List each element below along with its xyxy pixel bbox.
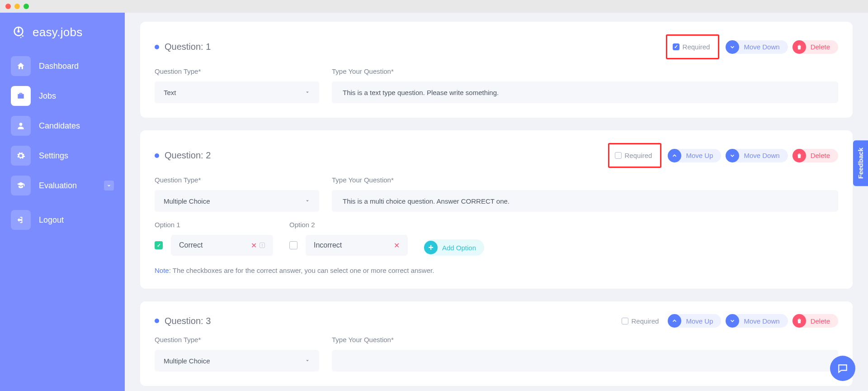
svg-point-3: [22, 35, 24, 37]
chevron-up-icon: [668, 149, 681, 162]
chat-button[interactable]: [830, 356, 855, 381]
move-down-button[interactable]: Move Down: [726, 314, 788, 328]
required-toggle[interactable]: Required: [617, 315, 664, 328]
field-label: Question Type*: [155, 336, 319, 343]
button-label: Move Down: [744, 317, 779, 325]
note-label: Note:: [155, 267, 171, 274]
checkbox-icon[interactable]: [615, 152, 622, 159]
trash-icon: [793, 149, 806, 162]
main-content: Question: 1 Required Move Down Delete: [125, 13, 868, 391]
plus-icon: +: [424, 241, 438, 254]
logo: easy.jobs: [8, 22, 117, 53]
chat-icon: [837, 362, 849, 374]
button-label: Move Down: [744, 43, 779, 51]
question-title-text: Question: 3: [165, 316, 211, 326]
select-value: Multiple Choice: [164, 357, 210, 365]
delete-button[interactable]: Delete: [793, 149, 838, 162]
question-card: Question: 3 Required Move Up Move Down: [140, 301, 853, 386]
move-down-button[interactable]: Move Down: [726, 40, 788, 54]
note-body: The checkboxes are for the correct answe…: [173, 267, 434, 274]
sidebar: easy.jobs Dashboard Jobs Candidates Sett…: [0, 13, 125, 391]
sidebar-item-label: Logout: [39, 215, 64, 225]
sidebar-item-dashboard[interactable]: Dashboard: [8, 53, 117, 79]
move-up-button[interactable]: Move Up: [668, 149, 721, 162]
question-title-text: Question: 2: [165, 150, 211, 161]
chevron-down-icon: [726, 40, 739, 54]
question-type-select[interactable]: Multiple Choice: [155, 350, 319, 372]
chevron-down-icon: [104, 181, 114, 191]
svg-point-4: [20, 37, 22, 38]
question-text-input[interactable]: [332, 350, 838, 372]
option-correct-checkbox[interactable]: [289, 241, 297, 249]
bullet-icon: [155, 319, 159, 323]
required-label: Required: [632, 317, 659, 325]
question-card: Question: 1 Required Move Down Delete: [140, 22, 853, 118]
field-label: Type Your Question*: [332, 336, 838, 343]
field-label: Question Type*: [155, 176, 319, 184]
chevron-up-icon: [668, 314, 681, 328]
sidebar-item-jobs[interactable]: Jobs: [8, 83, 117, 109]
trash-icon: [793, 40, 806, 54]
select-value: Text: [164, 89, 176, 96]
maximize-window-icon[interactable]: [24, 4, 29, 9]
chevron-down-icon: [305, 357, 310, 365]
button-label: Move Up: [686, 317, 713, 325]
option-input[interactable]: Incorrect ✕: [306, 235, 408, 256]
sidebar-item-settings[interactable]: Settings: [8, 143, 117, 168]
field-label: Type Your Question*: [332, 176, 838, 184]
field-label: Question Type*: [155, 67, 319, 75]
nav: Dashboard Jobs Candidates Settings Evalu…: [8, 53, 117, 233]
question-type-select[interactable]: Text: [155, 81, 319, 103]
sidebar-item-label: Candidates: [39, 121, 80, 131]
remove-option-button[interactable]: ✕: [394, 241, 400, 250]
svg-marker-8: [306, 360, 309, 361]
note-text: Note: The checkboxes are for the correct…: [155, 267, 838, 274]
question-title: Question: 2: [155, 150, 211, 161]
svg-point-5: [19, 123, 23, 126]
question-title-text: Question: 1: [165, 42, 211, 52]
question-title: Question: 3: [155, 316, 211, 326]
option-input[interactable]: Correct ✕: [171, 235, 273, 256]
option-label: Option 2: [289, 221, 408, 229]
sidebar-item-label: Jobs: [39, 91, 56, 101]
option-correct-checkbox[interactable]: [155, 241, 163, 249]
delete-button[interactable]: Delete: [793, 40, 838, 54]
sidebar-item-label: Settings: [39, 151, 68, 161]
close-window-icon[interactable]: [5, 4, 11, 9]
move-up-button[interactable]: Move Up: [668, 314, 721, 328]
question-type-select[interactable]: Multiple Choice: [155, 190, 319, 212]
sidebar-item-logout[interactable]: Logout: [8, 207, 117, 233]
button-label: Delete: [811, 152, 830, 159]
bullet-icon: [155, 45, 159, 49]
home-icon: [11, 56, 31, 76]
option-2: Option 2 Incorrect ✕: [289, 221, 408, 256]
add-option-button[interactable]: + Add Option: [424, 239, 484, 256]
sidebar-item-label: Evaluation: [39, 181, 77, 191]
required-toggle[interactable]: Required: [666, 34, 720, 59]
field-label: Type Your Question*: [332, 67, 838, 75]
question-text-input[interactable]: [332, 190, 838, 212]
sidebar-item-candidates[interactable]: Candidates: [8, 113, 117, 138]
chevron-down-icon: [726, 314, 739, 328]
checkbox-icon[interactable]: [622, 318, 628, 324]
gear-icon: [11, 146, 31, 166]
required-label: Required: [683, 43, 710, 51]
question-card: Question: 2 Required Move Up Move Down: [140, 130, 853, 289]
trash-icon: [793, 314, 806, 328]
option-value: Incorrect: [314, 241, 342, 249]
sidebar-item-evaluation[interactable]: Evaluation: [8, 173, 117, 198]
logout-icon: [11, 210, 31, 230]
chevron-down-icon: [726, 149, 739, 162]
required-toggle[interactable]: Required: [608, 143, 662, 168]
feedback-tab[interactable]: Feedback: [853, 140, 868, 186]
minimize-window-icon[interactable]: [14, 4, 20, 9]
bullet-icon: [155, 153, 159, 158]
option-1: Option 1 Correct ✕: [155, 221, 273, 256]
window-chrome: [0, 0, 868, 13]
remove-option-button[interactable]: ✕: [251, 241, 265, 250]
question-text-input[interactable]: [332, 81, 838, 103]
chevron-down-icon: [305, 89, 310, 96]
move-down-button[interactable]: Move Down: [726, 149, 788, 162]
delete-button[interactable]: Delete: [793, 314, 838, 328]
checkbox-icon[interactable]: [673, 43, 679, 50]
